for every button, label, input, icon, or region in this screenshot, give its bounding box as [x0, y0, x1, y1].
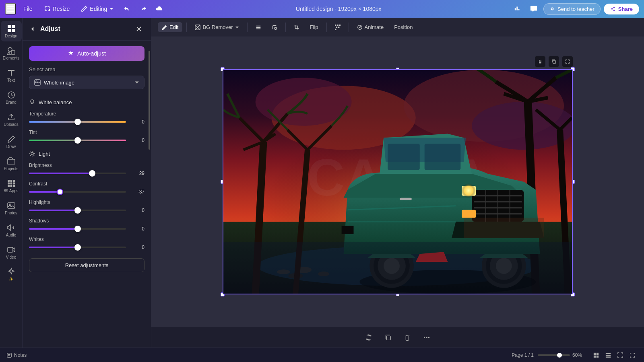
flip-button[interactable]: Flip: [306, 22, 322, 32]
highlights-track[interactable]: [29, 210, 126, 211]
whites-thumb[interactable]: [74, 244, 81, 251]
comment-button[interactable]: [527, 2, 540, 15]
sidebar-item-text[interactable]: Text: [1, 65, 22, 86]
canvas-area: Edit BG Remover Flip: [151, 18, 644, 348]
brightness-track[interactable]: [29, 173, 126, 174]
lock-icon: [538, 59, 543, 64]
sidebar-item-audio[interactable]: Audio: [1, 220, 22, 241]
send-to-teacher-button[interactable]: Send to teacher: [543, 3, 601, 15]
whole-image-dropdown[interactable]: Whole image: [29, 76, 144, 89]
undo-button[interactable]: [121, 2, 134, 15]
sidebar-item-video[interactable]: Video: [1, 242, 22, 263]
sidebar-item-uploads[interactable]: Uploads: [1, 109, 22, 130]
main-area: Design Elements Text Brand Uploads Draw …: [0, 18, 644, 348]
canvas-image[interactable]: CANVA: [223, 69, 573, 294]
svg-rect-11: [8, 183, 10, 185]
cloud-save-button[interactable]: [153, 2, 166, 15]
contrast-thumb[interactable]: [57, 189, 63, 195]
sidebar-item-elements[interactable]: Elements: [1, 43, 22, 64]
tint-label: Tint: [29, 130, 144, 135]
trash-icon: [404, 334, 411, 341]
whites-track[interactable]: [29, 247, 126, 248]
delete-button[interactable]: [401, 331, 414, 344]
duplicate-button[interactable]: [382, 331, 394, 344]
select-area-label: Select area: [29, 66, 144, 72]
sidebar-item-label: 89 Apps: [4, 189, 18, 193]
editing-button[interactable]: Editing: [77, 4, 118, 14]
sidebar-item-brand[interactable]: Brand: [1, 87, 22, 108]
expand-button[interactable]: [562, 56, 573, 67]
whites-label: Whites: [29, 237, 144, 242]
contrast-track[interactable]: [29, 191, 126, 193]
more-options-button[interactable]: [420, 331, 433, 344]
temperature-track[interactable]: [29, 121, 126, 123]
menu-button[interactable]: [5, 3, 16, 14]
animate-button[interactable]: Animate: [353, 22, 388, 32]
list-view-button[interactable]: [603, 350, 613, 360]
corner-button[interactable]: [268, 23, 281, 32]
back-button[interactable]: [29, 25, 36, 33]
brightness-slider-row: Brightness 29: [23, 160, 151, 179]
light-section-header: Light: [23, 146, 151, 160]
sidebar-item-projects[interactable]: Projects: [1, 154, 22, 174]
photos-icon: [7, 201, 16, 210]
scrollbar: [149, 18, 150, 348]
fullscreen-button[interactable]: [627, 350, 638, 360]
close-panel-button[interactable]: [133, 23, 144, 35]
zoom-slider-thumb[interactable]: [557, 353, 562, 358]
highlights-thumb[interactable]: [74, 207, 81, 214]
fit-view-button[interactable]: [615, 350, 625, 360]
lines-button[interactable]: [252, 23, 265, 32]
shadows-track[interactable]: [29, 228, 126, 230]
brightness-thumb[interactable]: [89, 170, 95, 177]
svg-point-27: [359, 27, 360, 28]
tint-track[interactable]: [29, 140, 126, 141]
svg-rect-95: [597, 355, 599, 357]
texture-button[interactable]: [331, 23, 345, 32]
redo-button[interactable]: [137, 2, 150, 15]
zoom-slider[interactable]: [538, 354, 570, 356]
list-view-icon: [605, 352, 611, 358]
temperature-thumb[interactable]: [74, 119, 81, 125]
crop-button[interactable]: [290, 23, 303, 32]
lock-button[interactable]: [535, 56, 545, 67]
position-button[interactable]: Position: [390, 22, 417, 32]
audio-icon: [7, 223, 16, 232]
share-button[interactable]: Share: [604, 4, 639, 14]
toolbar-divider: [186, 23, 187, 32]
file-menu-button[interactable]: File: [19, 4, 37, 14]
svg-rect-3: [12, 29, 15, 32]
grid-view-button[interactable]: [591, 350, 601, 360]
sidebar-item-apps[interactable]: 89 Apps: [1, 176, 22, 196]
redo-icon: [140, 5, 147, 12]
analytics-button[interactable]: [511, 2, 524, 15]
fit-view-icon: [617, 352, 623, 358]
edit-button[interactable]: Edit: [158, 22, 182, 32]
svg-rect-92: [594, 352, 596, 354]
white-balance-section-header: White balance: [23, 94, 151, 109]
sidebar-item-magic[interactable]: ✨: [1, 264, 22, 284]
page-info: Page 1 / 1: [512, 352, 534, 358]
reset-adjustments-button[interactable]: Reset adjustments: [29, 258, 144, 272]
sidebar-item-draw[interactable]: Draw: [1, 132, 22, 152]
svg-rect-28: [539, 62, 541, 64]
auto-adjust-button[interactable]: Auto-adjust: [29, 46, 144, 61]
sync-button[interactable]: [362, 331, 375, 344]
tint-value: 0: [130, 138, 144, 143]
back-arrow-icon: [29, 25, 36, 33]
highlights-slider-row: Highlights 0: [23, 197, 151, 216]
resize-button[interactable]: Resize: [40, 4, 74, 14]
svg-rect-93: [597, 352, 599, 354]
edit-icon: [162, 25, 167, 30]
svg-rect-97: [606, 355, 611, 356]
bg-remover-button[interactable]: BG Remover: [191, 22, 243, 32]
sidebar-item-design[interactable]: Design: [1, 21, 22, 41]
shadows-thumb[interactable]: [74, 226, 81, 232]
svg-rect-8: [8, 180, 10, 182]
tint-thumb[interactable]: [74, 137, 81, 144]
svg-point-23: [31, 152, 33, 155]
copy-button[interactable]: [549, 56, 559, 67]
svg-point-25: [275, 27, 277, 29]
sidebar-item-photos[interactable]: Photos: [1, 198, 22, 218]
notes-button[interactable]: Notes: [6, 352, 27, 358]
